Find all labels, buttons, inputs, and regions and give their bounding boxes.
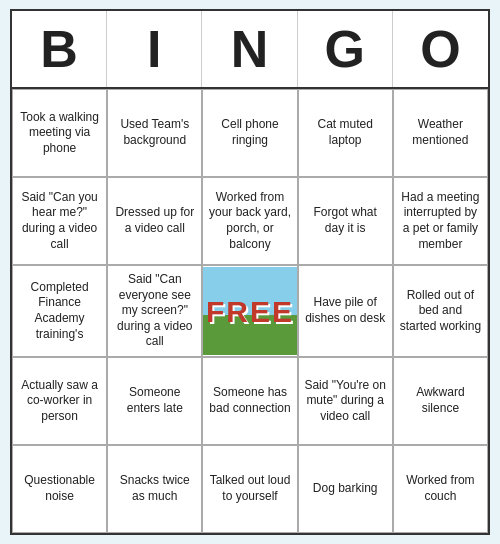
cell-text-0: Took a walking meeting via phone [18,110,101,157]
bingo-cell-1[interactable]: Used Team's background [107,89,202,177]
bingo-cell-24[interactable]: Worked from couch [393,445,488,533]
cell-text-3: Cat muted laptop [304,117,387,148]
cell-text-23: Dog barking [313,481,378,497]
bingo-letter-O: O [393,11,488,87]
bingo-cell-11[interactable]: Said "Can everyone see my screen?" durin… [107,265,202,357]
bingo-cell-15[interactable]: Actually saw a co-worker in person [12,357,107,445]
bingo-cell-13[interactable]: Have pile of dishes on desk [298,265,393,357]
bingo-cell-8[interactable]: Forgot what day it is [298,177,393,265]
bingo-cell-14[interactable]: Rolled out of bed and started working [393,265,488,357]
cell-text-20: Questionable noise [18,473,101,504]
bingo-letter-B: B [12,11,107,87]
bingo-cell-3[interactable]: Cat muted laptop [298,89,393,177]
bingo-cell-19[interactable]: Awkward silence [393,357,488,445]
cell-text-14: Rolled out of bed and started working [399,288,482,335]
cell-text-7: Worked from your back yard, porch, or ba… [208,190,291,252]
bingo-cell-20[interactable]: Questionable noise [12,445,107,533]
cell-text-10: Completed Finance Academy training's [18,280,101,342]
cell-text-1: Used Team's background [113,117,196,148]
cell-text-24: Worked from couch [399,473,482,504]
bingo-cell-4[interactable]: Weather mentioned [393,89,488,177]
cell-text-18: Said "You're on mute" during a video cal… [304,378,387,425]
bingo-letter-I: I [107,11,202,87]
bingo-cell-16[interactable]: Someone enters late [107,357,202,445]
bingo-cell-10[interactable]: Completed Finance Academy training's [12,265,107,357]
free-space-label: FREE [206,292,294,331]
bingo-letter-G: G [298,11,393,87]
cell-text-21: Snacks twice as much [113,473,196,504]
bingo-letter-N: N [202,11,297,87]
cell-text-11: Said "Can everyone see my screen?" durin… [113,272,196,350]
bingo-cell-12[interactable]: FREE [202,265,297,357]
bingo-cell-21[interactable]: Snacks twice as much [107,445,202,533]
cell-text-9: Had a meeting interrupted by a pet or fa… [399,190,482,252]
cell-text-22: Talked out loud to yourself [208,473,291,504]
cell-text-19: Awkward silence [399,385,482,416]
bingo-cell-2[interactable]: Cell phone ringing [202,89,297,177]
bingo-cell-22[interactable]: Talked out loud to yourself [202,445,297,533]
cell-text-8: Forgot what day it is [304,205,387,236]
bingo-cell-18[interactable]: Said "You're on mute" during a video cal… [298,357,393,445]
bingo-cell-23[interactable]: Dog barking [298,445,393,533]
cell-text-6: Dressed up for a video call [113,205,196,236]
cell-text-4: Weather mentioned [399,117,482,148]
bingo-grid: Took a walking meeting via phoneUsed Tea… [12,89,488,533]
bingo-cell-9[interactable]: Had a meeting interrupted by a pet or fa… [393,177,488,265]
cell-text-13: Have pile of dishes on desk [304,295,387,326]
bingo-cell-5[interactable]: Said "Can you hear me?" during a video c… [12,177,107,265]
cell-text-2: Cell phone ringing [208,117,291,148]
bingo-header: BINGO [12,11,488,89]
cell-text-17: Someone has bad connection [208,385,291,416]
bingo-cell-0[interactable]: Took a walking meeting via phone [12,89,107,177]
cell-text-16: Someone enters late [113,385,196,416]
cell-text-5: Said "Can you hear me?" during a video c… [18,190,101,252]
bingo-card: BINGO Took a walking meeting via phoneUs… [10,9,490,535]
bingo-cell-6[interactable]: Dressed up for a video call [107,177,202,265]
cell-text-15: Actually saw a co-worker in person [18,378,101,425]
bingo-cell-17[interactable]: Someone has bad connection [202,357,297,445]
bingo-cell-7[interactable]: Worked from your back yard, porch, or ba… [202,177,297,265]
